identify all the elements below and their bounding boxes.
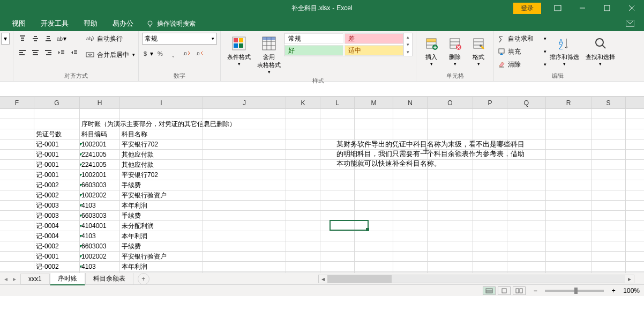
view-page-layout-icon[interactable] (498, 286, 511, 295)
cell-I[interactable]: 手续费 (120, 211, 203, 220)
sheet-tab-2[interactable]: 序时账 (50, 273, 85, 285)
cell-M[interactable] (355, 221, 393, 231)
cell-I[interactable] (120, 109, 203, 119)
cell-K[interactable] (286, 211, 320, 220)
cell-J[interactable] (203, 129, 286, 139)
cell-Q[interactable] (507, 180, 546, 190)
cell-J[interactable] (203, 252, 286, 261)
cell-P[interactable] (473, 262, 507, 271)
cell-N[interactable] (393, 252, 428, 261)
cell-P[interactable] (473, 119, 507, 129)
cell-Q[interactable] (507, 241, 546, 251)
cell-R[interactable] (546, 119, 591, 129)
cell-N[interactable] (393, 272, 428, 273)
column-header-P[interactable]: P (473, 97, 507, 108)
cell-R[interactable] (546, 272, 591, 273)
sheet-tab-1[interactable]: xxx1 (20, 274, 50, 284)
cell-J[interactable] (203, 170, 286, 180)
decrease-indent-icon[interactable] (55, 47, 67, 58)
column-header-N[interactable]: N (393, 97, 428, 108)
cell-S[interactable] (591, 241, 626, 251)
cell-P[interactable] (473, 211, 507, 220)
cell-R[interactable] (546, 241, 591, 251)
cell-F[interactable] (0, 150, 34, 159)
align-middle-icon[interactable] (29, 33, 41, 45)
cell-S[interactable] (591, 170, 626, 180)
format-as-table-button[interactable]: 套用 表格格式 ▾ (254, 33, 284, 77)
cell-S[interactable] (591, 150, 626, 159)
cell-M[interactable] (355, 231, 393, 241)
number-format-combo[interactable]: 常规 ▾ (142, 33, 217, 45)
cell-R[interactable] (546, 139, 591, 149)
cell-O[interactable] (428, 180, 473, 190)
maximize-button[interactable] (595, 0, 619, 16)
scrollbar-thumb[interactable] (327, 275, 392, 283)
cell-R[interactable] (546, 211, 591, 220)
cell-F[interactable] (0, 160, 34, 170)
cell-L[interactable] (320, 221, 355, 231)
cell-S[interactable] (591, 160, 626, 170)
insert-button[interactable]: 插入 ▾ (420, 33, 443, 69)
cell-J[interactable] (203, 231, 286, 241)
cell-F[interactable] (0, 170, 34, 180)
cell-S[interactable] (591, 109, 626, 119)
tab-view[interactable]: 视图 (4, 16, 33, 31)
cell-J[interactable] (203, 190, 286, 200)
style-neutral[interactable]: 适中 (345, 45, 403, 56)
cell-I[interactable]: 手续费 (120, 180, 203, 190)
cell-O[interactable] (428, 221, 473, 231)
cell-P[interactable] (473, 170, 507, 180)
cell-O[interactable] (428, 262, 473, 271)
cell-R[interactable] (546, 252, 591, 261)
cell-L[interactable] (320, 231, 355, 241)
cell-M[interactable] (355, 211, 393, 220)
horizontal-scrollbar[interactable]: ◂ ▸ (318, 275, 634, 283)
sheet-tab-3[interactable]: 科目余额表 (85, 273, 133, 285)
cell-O[interactable] (428, 201, 473, 210)
percent-icon[interactable]: % (155, 48, 167, 60)
cell-H[interactable]: 6603003 (80, 272, 120, 273)
cell-I[interactable]: 其他应付款 (120, 150, 203, 159)
cell-I[interactable]: 本年利润 (120, 201, 203, 210)
cell-G[interactable]: 记-0002 (34, 190, 80, 200)
cell-L[interactable] (320, 241, 355, 251)
cell-G[interactable] (34, 119, 80, 129)
cell-I[interactable]: 平安银行验资户 (120, 190, 203, 200)
cell-P[interactable] (473, 241, 507, 251)
cell-Q[interactable] (507, 272, 546, 273)
cell-H[interactable]: 4104001 (80, 221, 120, 231)
cell-F[interactable] (0, 221, 34, 231)
cell-L[interactable] (320, 180, 355, 190)
cell-H[interactable]: 1002002 (80, 252, 120, 261)
column-header-H[interactable]: H (80, 97, 120, 108)
cell-N[interactable] (393, 129, 428, 139)
cell-O[interactable] (428, 241, 473, 251)
fill-button[interactable]: 填充 ▾ (497, 46, 546, 57)
share-icon[interactable] (620, 20, 640, 27)
cell-M[interactable] (355, 252, 393, 261)
column-header-R[interactable]: R (546, 97, 591, 108)
cell-I[interactable]: 平安银行702 (120, 139, 203, 149)
cell-G[interactable]: 记-0001 (34, 150, 80, 159)
cell-M[interactable] (355, 109, 393, 119)
cell-R[interactable] (546, 180, 591, 190)
cell-S[interactable] (591, 252, 626, 261)
cell-H[interactable]: 4103 (80, 201, 120, 210)
cell-P[interactable] (473, 221, 507, 231)
wrap-text-button[interactable]: ab 自动换行 (84, 33, 135, 45)
cell-K[interactable] (286, 190, 320, 200)
cell-F[interactable] (0, 139, 34, 149)
column-header-M[interactable]: M (355, 97, 393, 108)
cell-K[interactable] (286, 252, 320, 261)
cell-Q[interactable] (507, 262, 546, 271)
sheet-prev-icon[interactable]: ◂ (4, 275, 8, 283)
cell-H[interactable]: 2241005 (80, 150, 120, 159)
cell-G[interactable]: 记-0001 (34, 160, 80, 170)
cell-R[interactable] (546, 150, 591, 159)
cell-I[interactable]: 本年利润 (120, 262, 203, 271)
cell-P[interactable] (473, 129, 507, 139)
cell-J[interactable] (203, 241, 286, 251)
cell-Q[interactable] (507, 119, 546, 129)
add-sheet-button[interactable]: + (138, 273, 149, 285)
cell-P[interactable] (473, 252, 507, 261)
